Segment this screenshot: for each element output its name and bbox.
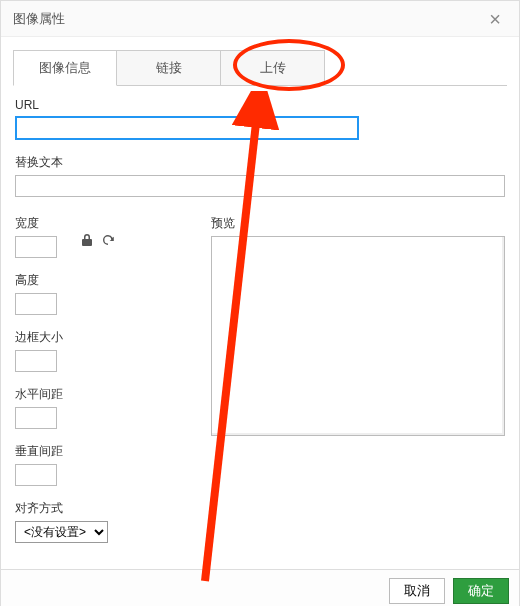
width-label: 宽度 [15,215,57,232]
url-input[interactable] [15,116,359,140]
dialog-title: 图像属性 [13,10,65,28]
preview-label: 预览 [211,215,505,232]
hspace-input[interactable] [15,407,57,429]
height-input[interactable] [15,293,57,315]
tab-label: 上传 [260,60,286,75]
url-label: URL [15,98,505,112]
alt-label: 替换文本 [15,154,505,171]
border-label: 边框大小 [15,329,195,346]
vspace-label: 垂直间距 [15,443,195,460]
tab-image-info[interactable]: 图像信息 [13,50,117,86]
align-field-group: 对齐方式 <没有设置> [15,500,195,543]
dialog-body: 图像信息 链接 上传 URL 替换文本 [1,37,519,569]
hspace-field-group: 水平间距 [15,386,195,429]
width-height-wrap: 宽度 高度 [15,215,57,329]
alt-field-group: 替换文本 [15,154,505,197]
align-select[interactable]: <没有设置> [15,521,108,543]
lower-area: 宽度 高度 [15,215,505,557]
ratio-controls [81,233,115,250]
alt-text-input[interactable] [15,175,505,197]
tab-link[interactable]: 链接 [117,50,221,86]
image-properties-dialog: 图像属性 × 图像信息 链接 上传 URL 替换文本 [0,0,520,606]
dialog-titlebar: 图像属性 × [1,1,519,37]
ok-button[interactable]: 确定 [453,578,509,604]
tab-strip: 图像信息 链接 上传 [13,49,507,86]
dimensions-column: 宽度 高度 [15,215,195,557]
close-icon[interactable]: × [483,7,507,31]
dialog-footer: 取消 确定 [1,569,519,606]
cancel-button-label: 取消 [404,583,430,598]
tab-upload[interactable]: 上传 [221,50,325,86]
form-area: URL 替换文本 宽度 高度 [13,98,507,557]
height-label: 高度 [15,272,57,289]
preview-column: 预览 [211,215,505,557]
align-label: 对齐方式 [15,500,195,517]
vspace-input[interactable] [15,464,57,486]
cancel-button[interactable]: 取消 [389,578,445,604]
border-field-group: 边框大小 [15,329,195,372]
tab-label: 图像信息 [39,60,91,75]
height-field-group: 高度 [15,272,57,315]
ok-button-label: 确定 [468,583,494,598]
width-input[interactable] [15,236,57,258]
width-field-group: 宽度 [15,215,57,258]
refresh-icon[interactable] [101,233,115,250]
dimensions-row: 宽度 高度 [15,215,195,329]
url-field-group: URL [15,98,505,140]
tab-label: 链接 [156,60,182,75]
hspace-label: 水平间距 [15,386,195,403]
preview-box [211,236,505,436]
border-input[interactable] [15,350,57,372]
vspace-field-group: 垂直间距 [15,443,195,486]
lock-icon[interactable] [81,233,93,250]
